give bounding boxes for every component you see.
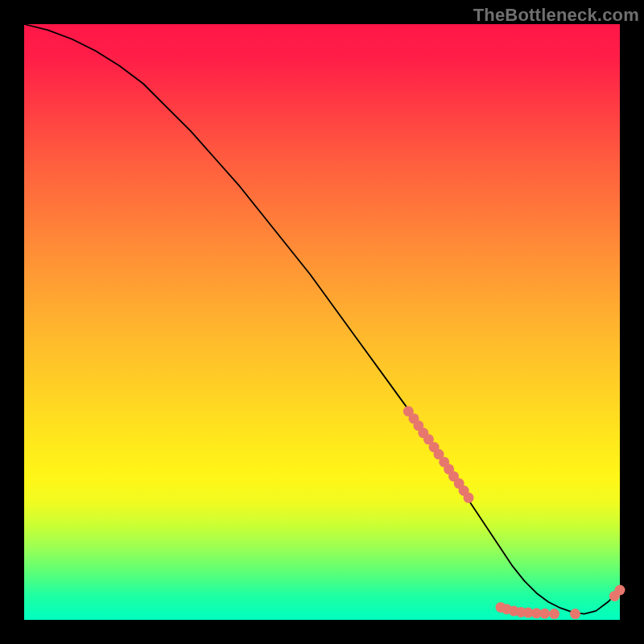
plot-area [24, 24, 620, 620]
data-marker [539, 609, 550, 619]
data-marker [615, 585, 625, 596]
watermark-text: TheBottleneck.com [473, 5, 639, 26]
data-marker [549, 609, 559, 619]
plot-svg [24, 24, 620, 620]
chart-stage: TheBottleneck.com [0, 0, 644, 644]
data-marker [570, 609, 580, 619]
data-marker [464, 493, 474, 503]
marker-layer [403, 407, 625, 620]
bottleneck-curve [24, 24, 620, 614]
